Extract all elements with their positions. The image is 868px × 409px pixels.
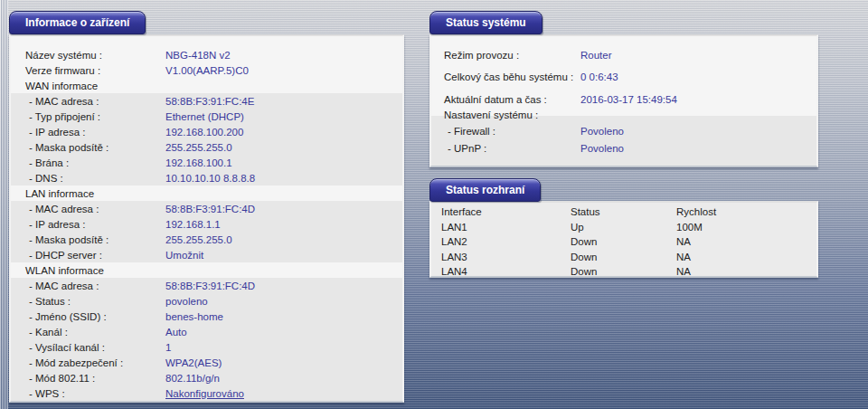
interface-status-panel: Interface Status Rychlost LAN1 Up 100M L… bbox=[429, 201, 818, 278]
section-header-lan: LAN informace bbox=[11, 185, 402, 201]
table-row: LAN2 Down NA bbox=[431, 234, 816, 250]
row-label: - WPS : bbox=[11, 387, 165, 400]
row-label: Aktuální datum a čas : bbox=[431, 93, 580, 106]
row-value: 0 0:6:43 bbox=[580, 71, 816, 82]
row-value: Umožnit bbox=[165, 250, 402, 261]
tab-system-status: Status systému bbox=[429, 11, 542, 34]
row-label: - MAC adresa : bbox=[11, 280, 165, 292]
row-label: - IP adresa : bbox=[11, 218, 165, 231]
row-value: 255.255.255.0 bbox=[165, 142, 402, 153]
col-header-status: Status bbox=[571, 206, 676, 217]
info-row: - Typ připojení : Ethernet (DHCP) bbox=[11, 109, 402, 124]
info-row: - IP adresa : 192.168.100.200 bbox=[11, 124, 402, 139]
info-row: - Mód 802.11 : 802.11b/g/n bbox=[11, 370, 402, 385]
row-label: - Jméno (SSID) : bbox=[11, 310, 165, 323]
info-row: - Vysílací kanál : 1 bbox=[11, 339, 402, 355]
cell-speed: 100M bbox=[676, 222, 816, 233]
info-row: - Maska podsítě : 255.255.255.0 bbox=[11, 232, 402, 247]
tab-system-status-label: Status systému bbox=[446, 16, 526, 29]
row-value: 802.11b/g/n bbox=[165, 373, 402, 384]
row-value: Povoleno bbox=[580, 143, 816, 154]
row-value: benes-home bbox=[165, 311, 402, 322]
cell-interface: LAN2 bbox=[431, 236, 571, 247]
section-label: WAN informace bbox=[11, 80, 165, 92]
info-row-wps: - WPS : Nakonfigurováno bbox=[11, 385, 402, 401]
row-value: 255.255.255.0 bbox=[165, 234, 402, 245]
system-status-panel: Režim provozu : Router Celkový čas běhu … bbox=[429, 34, 818, 167]
info-row: - DNS : 10.10.10.10 8.8.8.8 bbox=[11, 170, 402, 185]
tab-interface-status-label: Status rozhraní bbox=[446, 184, 524, 196]
cell-speed: NA bbox=[676, 236, 816, 247]
tab-device-info-label: Informace o zařízení bbox=[25, 16, 129, 29]
info-row: Verze firmwaru : V1.00(AARP.5)C0 bbox=[11, 62, 402, 78]
row-label: - MAC adresa : bbox=[11, 203, 165, 215]
row-value: 1 bbox=[165, 342, 402, 353]
cell-interface: LAN4 bbox=[431, 266, 571, 277]
col-header-interface: Interface bbox=[431, 206, 571, 217]
info-row: Celkový čas běhu systému : 0 0:6:43 bbox=[431, 62, 816, 91]
wps-configured-link[interactable]: Nakonfigurováno bbox=[165, 388, 244, 399]
tab-device-info: Informace o zařízení bbox=[9, 11, 146, 34]
table-row: LAN3 Down NA bbox=[431, 250, 816, 265]
info-row: - MAC adresa : 58:8B:F3:91:FC:4E bbox=[11, 93, 402, 109]
row-label: - Kanál : bbox=[11, 326, 165, 338]
row-value: 192.168.100.200 bbox=[165, 127, 402, 138]
table-row: LAN4 Down NA bbox=[431, 264, 816, 280]
row-value: 2016-03-17 15:49:54 bbox=[580, 94, 816, 105]
row-label: - Typ připojení : bbox=[11, 110, 165, 123]
info-row: - Brána : 192.168.100.1 bbox=[11, 155, 402, 170]
section-label: WLAN informace bbox=[11, 264, 165, 277]
info-row: - Firewall : Povoleno bbox=[431, 122, 816, 139]
row-label: - DNS : bbox=[11, 172, 165, 185]
table-row: LAN1 Up 100M bbox=[431, 220, 816, 235]
section-header-system-settings: Nastavení systému : bbox=[431, 107, 816, 122]
row-value: povoleno bbox=[165, 296, 402, 307]
row-label: Celkový čas běhu systému : bbox=[431, 71, 580, 83]
info-row: - Mód zabezpečení : WPA2(AES) bbox=[11, 355, 402, 370]
cell-status: Down bbox=[571, 266, 676, 277]
info-row: Název systému : NBG-418N v2 bbox=[11, 47, 402, 62]
section-header-wlan: WLAN informace bbox=[11, 262, 402, 278]
cell-status: Down bbox=[571, 252, 676, 262]
row-value: 192.168.100.1 bbox=[165, 157, 402, 168]
section-label: LAN informace bbox=[11, 187, 165, 200]
row-label: - Vysílací kanál : bbox=[11, 341, 165, 354]
info-row: - MAC adresa : 58:8B:F3:91:FC:4D bbox=[11, 278, 402, 293]
row-value: 58:8B:F3:91:FC:4D bbox=[165, 204, 402, 214]
row-value: Povoleno bbox=[580, 126, 816, 137]
row-label: - IP adresa : bbox=[11, 126, 165, 138]
cell-speed: NA bbox=[676, 252, 816, 262]
row-label: - Maska podsítě : bbox=[11, 233, 165, 246]
row-label: - Mód 802.11 : bbox=[11, 372, 165, 385]
row-label: - MAC adresa : bbox=[11, 95, 165, 108]
row-label: Verze firmwaru : bbox=[11, 64, 165, 77]
info-row: - UPnP : Povoleno bbox=[431, 139, 816, 157]
row-label: - Status : bbox=[11, 295, 165, 308]
row-label: - UPnP : bbox=[431, 142, 580, 155]
section-header-wan: WAN informace bbox=[11, 78, 402, 93]
cell-status: Up bbox=[571, 222, 676, 233]
router-status-page: { "colors": { "value_text": "#38389b", "… bbox=[0, 0, 868, 409]
row-label: - Firewall : bbox=[431, 125, 580, 138]
row-value: 192.168.1.1 bbox=[165, 219, 402, 230]
section-label: Nastavení systému : bbox=[431, 109, 580, 121]
row-label: - DHCP server : bbox=[11, 249, 165, 262]
row-label: Název systému : bbox=[11, 49, 165, 62]
info-row: Režim provozu : Router bbox=[431, 47, 816, 62]
row-value: V1.00(AARP.5)C0 bbox=[165, 65, 402, 76]
row-value: 58:8B:F3:91:FC:4E bbox=[165, 96, 402, 107]
left-edge-decoration bbox=[0, 0, 8, 409]
row-label: - Maska podsítě : bbox=[11, 141, 165, 154]
info-row: - Maska podsítě : 255.255.255.0 bbox=[11, 139, 402, 155]
row-value: 10.10.10.10 8.8.8.8 bbox=[165, 173, 402, 184]
cell-speed: NA bbox=[676, 266, 816, 277]
row-value: Ethernet (DHCP) bbox=[165, 111, 402, 122]
row-label: Režim provozu : bbox=[431, 49, 580, 62]
cell-interface: LAN3 bbox=[431, 252, 571, 262]
info-row: - Jméno (SSID) : benes-home bbox=[11, 309, 402, 324]
row-value: 58:8B:F3:91:FC:4D bbox=[165, 281, 402, 291]
info-row: - Status : povoleno bbox=[11, 293, 402, 309]
info-row: Aktuální datum a čas : 2016-03-17 15:49:… bbox=[431, 91, 816, 107]
cell-status: Down bbox=[571, 236, 676, 247]
row-value: Auto bbox=[165, 327, 402, 338]
